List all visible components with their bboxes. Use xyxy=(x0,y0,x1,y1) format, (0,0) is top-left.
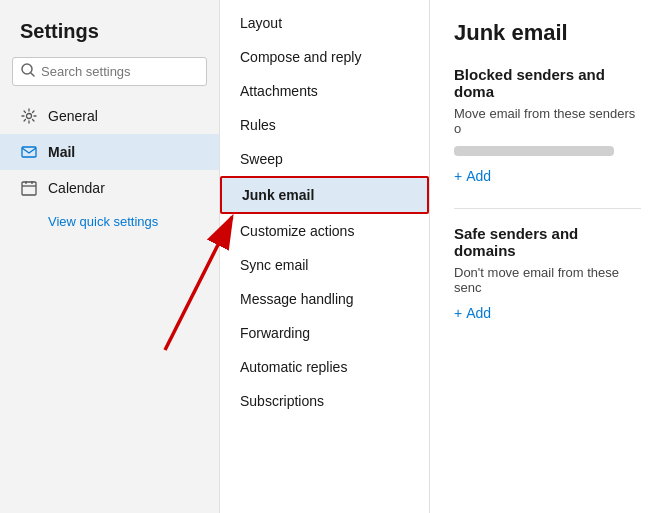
sidebar: Settings General xyxy=(0,0,220,513)
svg-rect-4 xyxy=(22,182,36,195)
sidebar-item-general-label: General xyxy=(48,108,98,124)
search-box[interactable] xyxy=(12,57,207,86)
gear-icon xyxy=(20,107,38,125)
svg-point-2 xyxy=(27,114,32,119)
mail-icon xyxy=(20,143,38,161)
plus-icon: + xyxy=(454,168,462,184)
blocked-senders-section: Blocked senders and doma Move email from… xyxy=(454,66,641,184)
sidebar-item-mail[interactable]: Mail xyxy=(0,134,219,170)
svg-line-1 xyxy=(31,73,34,76)
sidebar-item-calendar[interactable]: Calendar xyxy=(0,170,219,206)
nav-item-compose[interactable]: Compose and reply xyxy=(220,40,429,74)
safe-senders-title: Safe senders and domains xyxy=(454,225,641,259)
view-quick-settings-link[interactable]: View quick settings xyxy=(0,206,219,237)
nav-item-forwarding[interactable]: Forwarding xyxy=(220,316,429,350)
safe-senders-add-link[interactable]: + Add xyxy=(454,305,641,321)
blocked-senders-desc: Move email from these senders o xyxy=(454,106,641,136)
nav-item-junk-email[interactable]: Junk email xyxy=(220,176,429,214)
nav-item-sync-email[interactable]: Sync email xyxy=(220,248,429,282)
safe-senders-desc: Don't move email from these senc xyxy=(454,265,641,295)
svg-rect-3 xyxy=(22,147,36,157)
nav-item-sweep[interactable]: Sweep xyxy=(220,142,429,176)
page-title: Junk email xyxy=(454,20,641,46)
blocked-senders-add-label: Add xyxy=(466,168,491,184)
search-input[interactable] xyxy=(41,64,198,79)
nav-item-customize-actions[interactable]: Customize actions xyxy=(220,214,429,248)
nav-item-automatic-replies[interactable]: Automatic replies xyxy=(220,350,429,384)
section-divider xyxy=(454,208,641,209)
sidebar-item-mail-label: Mail xyxy=(48,144,75,160)
sidebar-item-calendar-label: Calendar xyxy=(48,180,105,196)
right-panel: Junk email Blocked senders and doma Move… xyxy=(430,0,665,513)
blocked-senders-placeholder xyxy=(454,146,614,156)
blocked-senders-add-link[interactable]: + Add xyxy=(454,168,641,184)
middle-nav-column: Layout Compose and reply Attachments Rul… xyxy=(220,0,430,513)
calendar-icon xyxy=(20,179,38,197)
nav-item-attachments[interactable]: Attachments xyxy=(220,74,429,108)
nav-item-layout[interactable]: Layout xyxy=(220,6,429,40)
safe-senders-section: Safe senders and domains Don't move emai… xyxy=(454,225,641,321)
sidebar-item-general[interactable]: General xyxy=(0,98,219,134)
nav-item-rules[interactable]: Rules xyxy=(220,108,429,142)
blocked-senders-title: Blocked senders and doma xyxy=(454,66,641,100)
search-icon xyxy=(21,63,35,80)
nav-item-subscriptions[interactable]: Subscriptions xyxy=(220,384,429,418)
app-title: Settings xyxy=(0,10,219,57)
nav-item-message-handling[interactable]: Message handling xyxy=(220,282,429,316)
plus-icon-2: + xyxy=(454,305,462,321)
safe-senders-add-label: Add xyxy=(466,305,491,321)
